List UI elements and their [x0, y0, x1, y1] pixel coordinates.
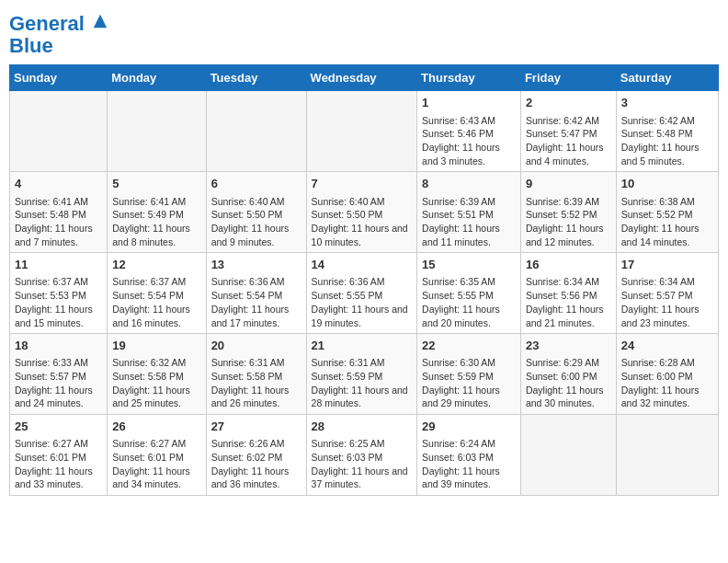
calendar-cell: 6Sunrise: 6:40 AM Sunset: 5:50 PM Daylig… — [206, 172, 306, 253]
day-header-saturday: Saturday — [616, 65, 718, 91]
calendar-cell: 3Sunrise: 6:42 AM Sunset: 5:48 PM Daylig… — [616, 91, 718, 172]
day-info: Sunrise: 6:37 AM Sunset: 5:53 PM Dayligh… — [15, 275, 102, 329]
calendar-cell: 28Sunrise: 6:25 AM Sunset: 6:03 PM Dayli… — [306, 415, 417, 496]
calendar-week-2: 4Sunrise: 6:41 AM Sunset: 5:48 PM Daylig… — [10, 172, 719, 253]
day-info: Sunrise: 6:34 AM Sunset: 5:57 PM Dayligh… — [621, 275, 713, 329]
day-info: Sunrise: 6:24 AM Sunset: 6:03 PM Dayligh… — [422, 437, 516, 491]
calendar-cell: 7Sunrise: 6:40 AM Sunset: 5:50 PM Daylig… — [306, 172, 417, 253]
day-number: 16 — [526, 257, 611, 273]
day-header-tuesday: Tuesday — [206, 65, 306, 91]
calendar-cell: 2Sunrise: 6:42 AM Sunset: 5:47 PM Daylig… — [520, 91, 616, 172]
day-info: Sunrise: 6:40 AM Sunset: 5:50 PM Dayligh… — [211, 195, 301, 249]
calendar-cell: 12Sunrise: 6:37 AM Sunset: 5:54 PM Dayli… — [108, 253, 206, 334]
day-header-monday: Monday — [108, 65, 206, 91]
day-number: 6 — [211, 176, 301, 192]
day-number: 18 — [15, 338, 102, 354]
day-number: 10 — [621, 176, 713, 192]
day-info: Sunrise: 6:38 AM Sunset: 5:52 PM Dayligh… — [621, 195, 713, 249]
calendar-cell: 9Sunrise: 6:39 AM Sunset: 5:52 PM Daylig… — [520, 172, 616, 253]
day-info: Sunrise: 6:32 AM Sunset: 5:58 PM Dayligh… — [112, 356, 200, 410]
calendar-cell: 18Sunrise: 6:33 AM Sunset: 5:57 PM Dayli… — [10, 334, 108, 415]
day-info: Sunrise: 6:40 AM Sunset: 5:50 PM Dayligh… — [312, 195, 413, 249]
day-number: 9 — [526, 176, 611, 192]
calendar-cell: 5Sunrise: 6:41 AM Sunset: 5:49 PM Daylig… — [108, 172, 206, 253]
day-info: Sunrise: 6:42 AM Sunset: 5:48 PM Dayligh… — [621, 114, 713, 168]
day-header-thursday: Thursday — [417, 65, 521, 91]
logo: General Blue — [9, 13, 108, 57]
day-info: Sunrise: 6:30 AM Sunset: 5:59 PM Dayligh… — [422, 356, 516, 410]
day-info: Sunrise: 6:31 AM Sunset: 5:59 PM Dayligh… — [312, 356, 413, 410]
calendar-cell: 21Sunrise: 6:31 AM Sunset: 5:59 PM Dayli… — [306, 334, 417, 415]
day-info: Sunrise: 6:41 AM Sunset: 5:49 PM Dayligh… — [112, 195, 200, 249]
day-header-sunday: Sunday — [10, 65, 108, 91]
day-info: Sunrise: 6:42 AM Sunset: 5:47 PM Dayligh… — [526, 114, 611, 168]
calendar-cell: 22Sunrise: 6:30 AM Sunset: 5:59 PM Dayli… — [417, 334, 521, 415]
svg-marker-0 — [94, 15, 107, 28]
day-number: 13 — [211, 257, 301, 273]
day-number: 28 — [312, 419, 413, 435]
calendar-cell: 16Sunrise: 6:34 AM Sunset: 5:56 PM Dayli… — [520, 253, 616, 334]
day-number: 29 — [422, 419, 516, 435]
day-info: Sunrise: 6:27 AM Sunset: 6:01 PM Dayligh… — [15, 437, 102, 491]
day-info: Sunrise: 6:25 AM Sunset: 6:03 PM Dayligh… — [312, 437, 413, 491]
calendar-cell — [108, 91, 206, 172]
day-info: Sunrise: 6:28 AM Sunset: 6:00 PM Dayligh… — [621, 356, 713, 410]
day-info: Sunrise: 6:29 AM Sunset: 6:00 PM Dayligh… — [526, 356, 611, 410]
calendar-cell: 14Sunrise: 6:36 AM Sunset: 5:55 PM Dayli… — [306, 253, 417, 334]
day-number: 21 — [312, 338, 413, 354]
calendar-cell: 20Sunrise: 6:31 AM Sunset: 5:58 PM Dayli… — [206, 334, 306, 415]
day-info: Sunrise: 6:37 AM Sunset: 5:54 PM Dayligh… — [112, 275, 200, 329]
calendar-week-3: 11Sunrise: 6:37 AM Sunset: 5:53 PM Dayli… — [10, 253, 719, 334]
day-info: Sunrise: 6:39 AM Sunset: 5:51 PM Dayligh… — [422, 195, 516, 249]
calendar-cell: 29Sunrise: 6:24 AM Sunset: 6:03 PM Dayli… — [417, 415, 521, 496]
day-number: 1 — [422, 95, 516, 111]
day-number: 24 — [621, 338, 713, 354]
logo-text: General — [9, 13, 108, 35]
calendar-cell: 13Sunrise: 6:36 AM Sunset: 5:54 PM Dayli… — [206, 253, 306, 334]
day-number: 5 — [112, 176, 200, 192]
day-info: Sunrise: 6:36 AM Sunset: 5:54 PM Dayligh… — [211, 275, 301, 329]
day-number: 27 — [211, 419, 301, 435]
page-header: General Blue — [9, 9, 719, 57]
day-number: 17 — [621, 257, 713, 273]
calendar-cell: 10Sunrise: 6:38 AM Sunset: 5:52 PM Dayli… — [616, 172, 718, 253]
day-number: 3 — [621, 95, 713, 111]
calendar-header-row: SundayMondayTuesdayWednesdayThursdayFrid… — [10, 65, 719, 91]
day-info: Sunrise: 6:41 AM Sunset: 5:48 PM Dayligh… — [15, 195, 102, 249]
day-number: 7 — [312, 176, 413, 192]
calendar-cell: 17Sunrise: 6:34 AM Sunset: 5:57 PM Dayli… — [616, 253, 718, 334]
calendar-week-5: 25Sunrise: 6:27 AM Sunset: 6:01 PM Dayli… — [10, 415, 719, 496]
day-info: Sunrise: 6:43 AM Sunset: 5:46 PM Dayligh… — [422, 114, 516, 168]
calendar-week-4: 18Sunrise: 6:33 AM Sunset: 5:57 PM Dayli… — [10, 334, 719, 415]
calendar-cell: 1Sunrise: 6:43 AM Sunset: 5:46 PM Daylig… — [417, 91, 521, 172]
calendar-cell: 15Sunrise: 6:35 AM Sunset: 5:55 PM Dayli… — [417, 253, 521, 334]
calendar-cell: 27Sunrise: 6:26 AM Sunset: 6:02 PM Dayli… — [206, 415, 306, 496]
logo-text-blue: Blue — [9, 35, 108, 57]
calendar-cell: 19Sunrise: 6:32 AM Sunset: 5:58 PM Dayli… — [108, 334, 206, 415]
day-number: 20 — [211, 338, 301, 354]
day-number: 4 — [15, 176, 102, 192]
calendar-cell: 26Sunrise: 6:27 AM Sunset: 6:01 PM Dayli… — [108, 415, 206, 496]
calendar-week-1: 1Sunrise: 6:43 AM Sunset: 5:46 PM Daylig… — [10, 91, 719, 172]
calendar-cell — [520, 415, 616, 496]
day-number: 14 — [312, 257, 413, 273]
day-number: 12 — [112, 257, 200, 273]
calendar-cell: 25Sunrise: 6:27 AM Sunset: 6:01 PM Dayli… — [10, 415, 108, 496]
day-number: 11 — [15, 257, 102, 273]
day-header-wednesday: Wednesday — [306, 65, 417, 91]
calendar-table: SundayMondayTuesdayWednesdayThursdayFrid… — [9, 64, 719, 496]
day-number: 19 — [112, 338, 200, 354]
calendar-cell: 11Sunrise: 6:37 AM Sunset: 5:53 PM Dayli… — [10, 253, 108, 334]
calendar-cell: 24Sunrise: 6:28 AM Sunset: 6:00 PM Dayli… — [616, 334, 718, 415]
calendar-cell: 8Sunrise: 6:39 AM Sunset: 5:51 PM Daylig… — [417, 172, 521, 253]
day-number: 22 — [422, 338, 516, 354]
calendar-cell: 4Sunrise: 6:41 AM Sunset: 5:48 PM Daylig… — [10, 172, 108, 253]
day-number: 15 — [422, 257, 516, 273]
day-info: Sunrise: 6:36 AM Sunset: 5:55 PM Dayligh… — [312, 275, 413, 329]
day-header-friday: Friday — [520, 65, 616, 91]
day-info: Sunrise: 6:27 AM Sunset: 6:01 PM Dayligh… — [112, 437, 200, 491]
calendar-cell — [206, 91, 306, 172]
day-info: Sunrise: 6:31 AM Sunset: 5:58 PM Dayligh… — [211, 356, 301, 410]
day-info: Sunrise: 6:33 AM Sunset: 5:57 PM Dayligh… — [15, 356, 102, 410]
calendar-cell: 23Sunrise: 6:29 AM Sunset: 6:00 PM Dayli… — [520, 334, 616, 415]
